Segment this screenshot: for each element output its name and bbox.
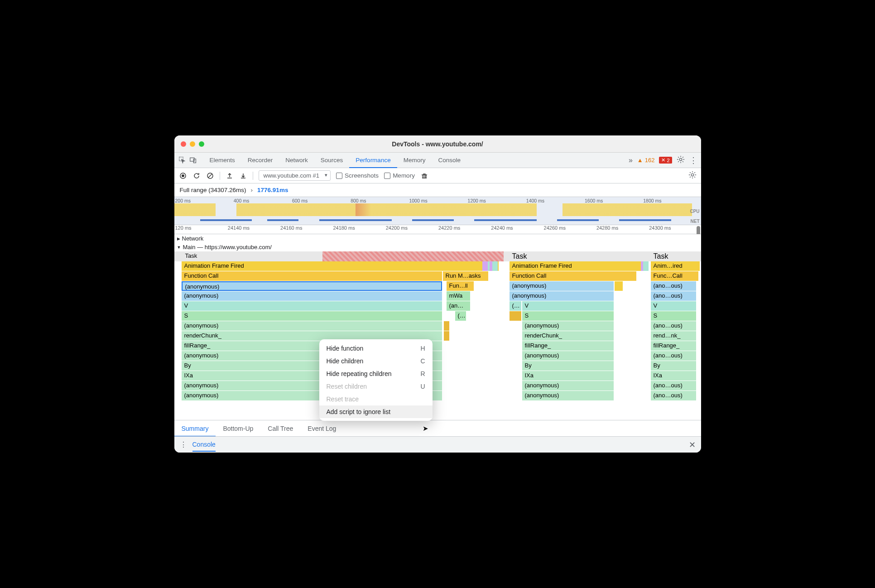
flame-segment[interactable] bbox=[510, 311, 521, 321]
flame-segment[interactable]: (anonymous) bbox=[182, 321, 442, 331]
overview-minimap[interactable]: 200 ms400 ms600 ms800 ms1000 ms1200 ms14… bbox=[174, 197, 701, 225]
clear-button[interactable] bbox=[206, 172, 214, 180]
flame-segment[interactable]: By bbox=[522, 361, 614, 371]
flame-segment[interactable]: (… bbox=[510, 301, 521, 311]
full-range-label[interactable]: Full range (34307.26ms) bbox=[180, 187, 246, 193]
download-button[interactable] bbox=[239, 172, 247, 180]
tab-memory[interactable]: Memory bbox=[397, 153, 432, 168]
flame-segment[interactable]: S bbox=[651, 311, 696, 321]
tab-console[interactable]: Console bbox=[432, 153, 467, 168]
flame-segment[interactable]: S bbox=[182, 311, 442, 321]
flame-row[interactable]: S(…SS bbox=[174, 311, 701, 321]
flame-segment[interactable]: (ano…ous) bbox=[651, 391, 696, 400]
ctx-add-script-to-ignore-list[interactable]: Add script to ignore list bbox=[319, 405, 433, 418]
task-segment[interactable]: Task bbox=[510, 251, 645, 261]
flame-segment[interactable] bbox=[444, 331, 449, 341]
flame-segment[interactable]: (ano…ous) bbox=[651, 281, 696, 291]
flame-segment[interactable]: V bbox=[182, 301, 442, 311]
flame-segment[interactable]: Func…Call bbox=[651, 271, 698, 281]
memory-checkbox[interactable]: Memory bbox=[384, 172, 415, 179]
flame-segment[interactable]: Function Call bbox=[510, 271, 636, 281]
flame-row[interactable]: IXaIXaIXa bbox=[174, 371, 701, 381]
flame-row[interactable]: (anonymous)(anonymous)(ano…ous) bbox=[174, 381, 701, 391]
flame-segment[interactable]: V bbox=[522, 301, 614, 311]
flame-row[interactable]: Function CallRun M…asksFunction CallFunc… bbox=[174, 271, 701, 281]
tab-recorder[interactable]: Recorder bbox=[241, 153, 279, 168]
task-row[interactable]: Task Task Task bbox=[174, 251, 701, 261]
flame-segment[interactable] bbox=[482, 261, 488, 271]
errors-badge[interactable]: ✕ 2 bbox=[659, 157, 672, 164]
flame-segment[interactable]: Function Call bbox=[182, 271, 442, 281]
flame-segment[interactable]: Fun…ll bbox=[447, 281, 474, 291]
flame-segment[interactable]: Run M…asks bbox=[443, 271, 488, 281]
warnings-badge[interactable]: ▲ 162 bbox=[637, 157, 655, 164]
device-toolbar-icon[interactable] bbox=[189, 156, 198, 165]
tab-network[interactable]: Network bbox=[279, 153, 314, 168]
flame-segment[interactable]: rend…nk_ bbox=[651, 331, 696, 341]
flame-segment[interactable]: (an…s) bbox=[447, 301, 470, 311]
flame-segment[interactable]: renderChunk_ bbox=[522, 331, 614, 341]
flame-row[interactable]: (anonymous)Fun…ll(anonymous)(ano…ous) bbox=[174, 281, 701, 291]
time-ruler[interactable]: 120 ms24140 ms24160 ms24180 ms24200 ms24… bbox=[174, 225, 701, 234]
flame-row[interactable]: fillRange_fillRange_fillRange_ bbox=[174, 341, 701, 351]
reload-button[interactable] bbox=[192, 172, 201, 180]
flame-row[interactable]: (anonymous)(anonymous)(ano…ous) bbox=[174, 321, 701, 331]
flame-segment[interactable]: (anonymous) bbox=[182, 281, 442, 291]
settings-icon[interactable] bbox=[677, 155, 685, 165]
ctx-hide-function[interactable]: Hide functionH bbox=[319, 342, 433, 355]
network-track-header[interactable]: ▶Network bbox=[174, 234, 701, 243]
flame-segment[interactable]: (ano…ous) bbox=[651, 321, 696, 331]
main-track-header[interactable]: ▼Main — https://www.youtube.com/ bbox=[174, 243, 701, 251]
flame-segment[interactable]: (anonymous) bbox=[522, 381, 614, 390]
flame-segment[interactable]: S bbox=[522, 311, 614, 321]
tab-elements[interactable]: Elements bbox=[203, 153, 241, 168]
tab-performance[interactable]: Performance bbox=[349, 153, 397, 168]
btab-bottom-up[interactable]: Bottom-Up bbox=[216, 420, 260, 437]
flame-segment[interactable]: (ano…ous) bbox=[651, 381, 696, 390]
flame-segment[interactable]: Anim…ired bbox=[651, 261, 700, 271]
flame-segment[interactable]: (… bbox=[455, 311, 466, 321]
flame-segment[interactable]: (anonymous) bbox=[522, 321, 614, 331]
flame-segment[interactable]: fillRange_ bbox=[651, 341, 696, 351]
current-range[interactable]: 1776.91ms bbox=[257, 187, 288, 193]
minimize-window-button[interactable] bbox=[190, 141, 195, 147]
flame-segment[interactable]: mWa bbox=[447, 291, 470, 301]
flame-chart[interactable]: ▶Network ▼Main — https://www.youtube.com… bbox=[174, 234, 701, 401]
close-window-button[interactable] bbox=[181, 141, 186, 147]
flame-segment[interactable]: IXa bbox=[651, 371, 696, 381]
flame-segment[interactable]: fillRange_ bbox=[522, 341, 614, 351]
more-tabs-icon[interactable]: » bbox=[626, 156, 635, 164]
flame-segment[interactable]: By bbox=[651, 361, 696, 371]
flame-segment[interactable]: (anonymous) bbox=[522, 391, 614, 400]
flame-segment[interactable]: Animation Frame Fired bbox=[510, 261, 641, 271]
flame-segment[interactable]: (anonymous) bbox=[522, 351, 614, 361]
flame-row[interactable]: V(an…s)V(…V bbox=[174, 301, 701, 311]
ctx-hide-children[interactable]: Hide childrenC bbox=[319, 355, 433, 367]
flame-row[interactable]: Animation Frame FiredAnimation Frame Fir… bbox=[174, 261, 701, 271]
garbage-collect-icon[interactable] bbox=[420, 172, 428, 180]
flame-segment[interactable]: (anonymous) bbox=[510, 281, 614, 291]
flame-segment[interactable]: (anonymous) bbox=[182, 291, 442, 301]
flame-segment[interactable] bbox=[492, 261, 498, 271]
screenshots-checkbox[interactable]: Screenshots bbox=[336, 172, 379, 179]
task-segment[interactable]: Task bbox=[651, 251, 700, 261]
maximize-window-button[interactable] bbox=[199, 141, 204, 147]
flame-segment[interactable] bbox=[615, 281, 623, 291]
btab-summary[interactable]: Summary bbox=[174, 420, 216, 437]
flame-segment[interactable]: (ano…ous) bbox=[651, 291, 696, 301]
flame-segment[interactable]: Animation Frame Fired bbox=[182, 261, 499, 271]
btab-call-tree[interactable]: Call Tree bbox=[260, 420, 300, 437]
flame-segment[interactable]: (anonymous) bbox=[510, 291, 614, 301]
inspect-icon[interactable] bbox=[178, 156, 187, 165]
ctx-hide-repeating-children[interactable]: Hide repeating childrenR bbox=[319, 367, 433, 380]
flame-row[interactable]: (anonymous)(anonymous)(ano…ous) bbox=[174, 391, 701, 401]
close-drawer-icon[interactable]: ✕ bbox=[689, 440, 696, 450]
drawer-menu-icon[interactable]: ⋮ bbox=[180, 440, 187, 449]
upload-button[interactable] bbox=[226, 172, 234, 180]
flame-segment[interactable]: V bbox=[651, 301, 696, 311]
flame-segment[interactable]: IXa bbox=[522, 371, 614, 381]
flame-segment[interactable] bbox=[444, 321, 449, 331]
btab-event-log[interactable]: Event Log bbox=[300, 420, 343, 437]
recording-select[interactable]: www.youtube.com #1 bbox=[259, 170, 331, 181]
kebab-menu-icon[interactable]: ⋮ bbox=[689, 155, 697, 165]
